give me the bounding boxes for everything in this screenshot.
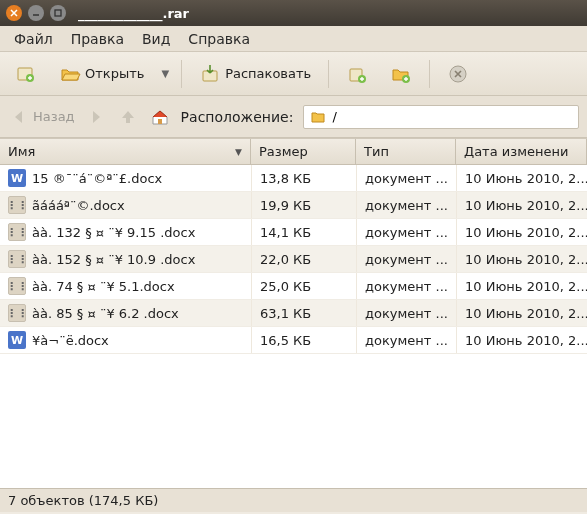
cell-size: 22,0 КБ [251, 246, 356, 272]
menu-view[interactable]: Вид [134, 28, 178, 50]
toolbar-separator [328, 60, 329, 88]
cell-date: 10 Июнь 2010, 2... [456, 300, 587, 326]
cell-type: документ ... [356, 192, 456, 218]
new-archive-button[interactable] [8, 58, 44, 90]
status-text: 7 объектов (174,5 КБ) [8, 493, 158, 508]
window-close-button[interactable] [6, 5, 22, 21]
cell-date: 10 Июнь 2010, 2... [456, 192, 587, 218]
header-date[interactable]: Дата изменени [456, 139, 587, 164]
cell-date: 10 Июнь 2010, 2... [456, 246, 587, 272]
forward-button[interactable] [85, 106, 107, 128]
file-icon: ⋮⋮ [8, 277, 26, 295]
menu-edit[interactable]: Правка [63, 28, 132, 50]
header-size-label: Размер [259, 144, 308, 159]
add-folder-button[interactable] [383, 58, 419, 90]
cell-type: документ ... [356, 273, 456, 299]
extract-button[interactable]: Распаковать [192, 58, 318, 90]
window-maximize-button[interactable] [50, 5, 66, 21]
extract-label: Распаковать [225, 66, 311, 81]
back-button[interactable]: Назад [8, 106, 75, 128]
cell-size: 63,1 КБ [251, 300, 356, 326]
folder-icon [310, 109, 326, 125]
toolbar-separator [429, 60, 430, 88]
cell-name: ⋮⋮àà. 85 § ¤ ¨¥ 6.2 .docx [0, 300, 251, 326]
cell-type: документ ... [356, 219, 456, 245]
file-name: àà. 74 § ¤ ¨¥ 5.1.docx [32, 279, 175, 294]
menu-help[interactable]: Справка [180, 28, 258, 50]
cell-name: ⋮⋮àà. 132 § ¤ ¨¥ 9.15 .docx [0, 219, 251, 245]
cell-name: ⋮⋮àà. 74 § ¤ ¨¥ 5.1.docx [0, 273, 251, 299]
add-folder-icon [390, 63, 412, 85]
window-minimize-button[interactable] [28, 5, 44, 21]
menubar: Файл Правка Вид Справка [0, 26, 587, 52]
word-file-icon: W [8, 331, 26, 349]
table-header-row: Имя ▼ Размер Тип Дата изменени [0, 139, 587, 165]
cell-name: W¥à¬¨ë.docx [0, 327, 251, 353]
table-row[interactable]: ⋮⋮àà. 85 § ¤ ¨¥ 6.2 .docx63,1 КБдокумент… [0, 300, 587, 327]
cell-type: документ ... [356, 165, 456, 191]
header-type-label: Тип [364, 144, 389, 159]
add-files-icon [346, 63, 368, 85]
cell-name: ⋮⋮àà. 152 § ¤ ¨¥ 10.9 .docx [0, 246, 251, 272]
cell-date: 10 Июнь 2010, 2... [456, 327, 587, 353]
cell-size: 19,9 КБ [251, 192, 356, 218]
cell-name: ⋮⋮ãáááª¨©.docx [0, 192, 251, 218]
cell-date: 10 Июнь 2010, 2... [456, 273, 587, 299]
table-row[interactable]: ⋮⋮ãáááª¨©.docx19,9 КБдокумент ...10 Июнь… [0, 192, 587, 219]
home-icon [149, 106, 171, 128]
file-name: ¥à¬¨ë.docx [32, 333, 109, 348]
menu-file[interactable]: Файл [6, 28, 61, 50]
stop-icon [447, 63, 469, 85]
word-file-icon: W [8, 169, 26, 187]
up-button[interactable] [117, 106, 139, 128]
home-button[interactable] [149, 106, 171, 128]
cell-date: 10 Июнь 2010, 2... [456, 165, 587, 191]
cell-size: 14,1 КБ [251, 219, 356, 245]
titlebar: _____________.rar [0, 0, 587, 26]
add-files-button[interactable] [339, 58, 375, 90]
table-row[interactable]: ⋮⋮àà. 74 § ¤ ¨¥ 5.1.docx25,0 КБдокумент … [0, 273, 587, 300]
navbar: Назад Расположение: [0, 96, 587, 138]
file-name: àà. 85 § ¤ ¨¥ 6.2 .docx [32, 306, 179, 321]
up-arrow-icon [117, 106, 139, 128]
table-row[interactable]: ⋮⋮àà. 132 § ¤ ¨¥ 9.15 .docx14,1 КБдокуме… [0, 219, 587, 246]
sort-indicator-icon: ▼ [235, 147, 242, 157]
cell-size: 16,5 КБ [251, 327, 356, 353]
cell-size: 13,8 КБ [251, 165, 356, 191]
open-button[interactable]: Открыть [52, 58, 151, 90]
maximize-icon [54, 9, 62, 17]
cell-type: документ ... [356, 327, 456, 353]
close-icon [10, 9, 18, 17]
stop-button[interactable] [440, 58, 476, 90]
svg-rect-8 [158, 119, 162, 124]
toolbar: Открыть ▼ Распаковать [0, 52, 587, 96]
open-folder-icon [59, 63, 81, 85]
cell-name: W15 ®¯¨á¨©ª¨£.docx [0, 165, 251, 191]
table-row[interactable]: ⋮⋮àà. 152 § ¤ ¨¥ 10.9 .docx22,0 КБдокуме… [0, 246, 587, 273]
cell-type: документ ... [356, 246, 456, 272]
new-archive-icon [15, 63, 37, 85]
header-size[interactable]: Размер [251, 139, 356, 164]
statusbar: 7 объектов (174,5 КБ) [0, 488, 587, 512]
back-arrow-icon [8, 106, 30, 128]
table-row[interactable]: W15 ®¯¨á¨©ª¨£.docx13,8 КБдокумент ...10 … [0, 165, 587, 192]
location-input[interactable] [332, 109, 572, 124]
file-icon: ⋮⋮ [8, 223, 26, 241]
toolbar-separator [181, 60, 182, 88]
open-label: Открыть [85, 66, 144, 81]
open-dropdown-arrow[interactable]: ▼ [159, 68, 171, 79]
table-row[interactable]: W¥à¬¨ë.docx16,5 КБдокумент ...10 Июнь 20… [0, 327, 587, 354]
minimize-icon [32, 9, 40, 17]
header-date-label: Дата изменени [464, 144, 568, 159]
cell-type: документ ... [356, 300, 456, 326]
file-table: Имя ▼ Размер Тип Дата изменени W15 ®¯¨á¨… [0, 138, 587, 488]
header-type[interactable]: Тип [356, 139, 456, 164]
file-icon: ⋮⋮ [8, 196, 26, 214]
file-icon: ⋮⋮ [8, 304, 26, 322]
window-title: _____________.rar [78, 6, 189, 21]
cell-date: 10 Июнь 2010, 2... [456, 219, 587, 245]
svg-rect-0 [55, 10, 61, 16]
location-field[interactable] [303, 105, 579, 129]
header-name[interactable]: Имя ▼ [0, 139, 251, 164]
location-label: Расположение: [181, 109, 294, 125]
